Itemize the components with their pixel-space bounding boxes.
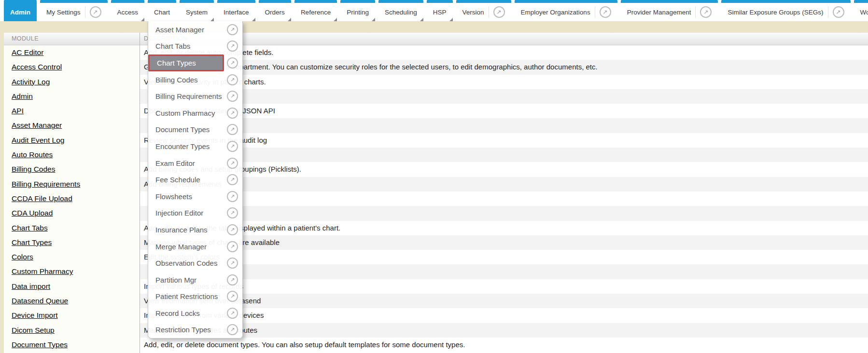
description-rows: Add, edit, or delete auto-complete field…	[140, 45, 868, 352]
sidebar-item-billing-requirements[interactable]: Billing Requirements	[4, 177, 140, 191]
description-row: Import data files from various devices	[140, 308, 868, 323]
menu-item-custom-pharmacy[interactable]: Custom Pharmacy↗	[148, 105, 242, 122]
menu-item-restriction-types[interactable]: Restriction Types↗	[148, 322, 242, 339]
tab-employer-organizations[interactable]: Employer Organizations↗	[515, 0, 617, 21]
external-link-icon[interactable]: ↗	[227, 207, 238, 218]
tab-scheduling[interactable]: Scheduling	[378, 0, 423, 21]
tab-version[interactable]: Version↗	[456, 0, 511, 21]
sidebar-item-ac-editor[interactable]: AC Editor	[4, 45, 140, 60]
external-link-icon[interactable]: ↗	[227, 141, 238, 152]
description-row: Manage what types of charts are availabl…	[140, 235, 868, 250]
tab-access[interactable]: Access	[111, 0, 145, 21]
description-row: Review security events in the audit log	[140, 133, 868, 148]
description-row: View information sent over datasend	[140, 294, 868, 308]
dropdown-fold-icon	[372, 18, 375, 21]
external-link-icon[interactable]: ↗	[227, 124, 238, 135]
sidebar-item-colors[interactable]: Colors	[4, 250, 140, 264]
menu-item-insurance-plans[interactable]: Insurance Plans↗	[148, 221, 242, 238]
description-row	[140, 206, 868, 220]
external-link-icon[interactable]: ↗	[695, 6, 712, 18]
external-link-icon[interactable]: ↗	[227, 224, 238, 235]
dropdown-fold-icon	[252, 18, 255, 21]
external-link-icon[interactable]: ↗	[227, 174, 238, 185]
sidebar-item-api[interactable]: API	[4, 104, 140, 118]
sidebar-item-chart-tabs[interactable]: Chart Tabs	[4, 221, 140, 235]
tab-similar-exposure-groups[interactable]: Similar Exposure Groups (SEGs)↗	[721, 0, 850, 21]
menu-item-exam-editor[interactable]: Exam Editor↗	[148, 155, 242, 172]
dropdown-fold-icon	[334, 18, 337, 21]
tab-system[interactable]: System	[180, 0, 214, 21]
sidebar-item-custom-pharmacy[interactable]: Custom Pharmacy	[4, 264, 140, 279]
tab-my-settings[interactable]: My Settings↗	[40, 0, 108, 21]
tab-work-locations[interactable]: Work Locations↗	[854, 0, 868, 21]
tab-chart[interactable]: Chart Asset Manager↗ Chart Tabs↗ Chart T…	[148, 0, 176, 21]
menu-item-chart-tabs[interactable]: Chart Tabs↗	[148, 38, 242, 55]
external-link-icon[interactable]: ↗	[227, 74, 238, 85]
sidebar-item-billing-codes[interactable]: Billing Codes	[4, 162, 140, 176]
sidebar-item-activity-log[interactable]: Activity Log	[4, 75, 140, 89]
menu-item-observation-codes[interactable]: Observation Codes↗	[148, 255, 242, 272]
external-link-icon[interactable]: ↗	[227, 308, 238, 319]
menu-item-flowsheets[interactable]: Flowsheets↗	[148, 188, 242, 205]
sidebar-item-device-import[interactable]: Device Import	[4, 308, 140, 323]
sidebar-item-data-import[interactable]: Data import	[4, 279, 140, 294]
menu-item-encounter-types[interactable]: Encounter Types↗	[148, 138, 242, 155]
dropdown-fold-icon	[210, 18, 214, 21]
sidebar-item-ccda-file-upload[interactable]: CCDA File Upload	[4, 191, 140, 206]
menu-item-merge-manager[interactable]: Merge Manager↗	[148, 238, 242, 255]
external-link-icon[interactable]: ↗	[227, 24, 238, 35]
dropdown-fold-icon	[288, 18, 291, 21]
description-row	[140, 191, 868, 206]
external-link-icon[interactable]: ↗	[85, 6, 101, 18]
tab-admin[interactable]: Admin	[4, 0, 37, 21]
sidebar-item-chart-types[interactable]: Chart Types	[4, 235, 140, 250]
tab-reference[interactable]: Reference	[294, 0, 337, 21]
external-link-icon[interactable]: ↗	[227, 108, 238, 119]
external-link-icon[interactable]: ↗	[227, 91, 238, 102]
menu-item-record-locks[interactable]: Record Locks↗	[148, 305, 242, 322]
menu-item-asset-manager[interactable]: Asset Manager↗	[148, 21, 242, 38]
external-link-icon[interactable]: ↗	[227, 241, 238, 252]
external-link-icon[interactable]: ↗	[227, 41, 238, 52]
module-header: MODULE	[4, 33, 140, 45]
external-link-icon[interactable]: ↗	[227, 191, 238, 202]
sidebar-item-dicom-setup[interactable]: Dicom Setup	[4, 323, 140, 338]
menu-item-billing-codes[interactable]: Billing Codes↗	[148, 71, 242, 88]
description-panel: DESCRIPTION Add, edit, or delete auto-co…	[140, 33, 868, 353]
menu-item-patient-restrictions[interactable]: Patient Restrictions↗	[148, 288, 242, 305]
external-link-icon[interactable]: ↗	[227, 158, 238, 169]
description-row	[140, 89, 868, 104]
top-tab-bar: Admin My Settings↗ Access Chart Asset Ma…	[0, 0, 868, 21]
external-link-icon[interactable]: ↗	[227, 258, 238, 269]
external-link-icon[interactable]: ↗	[227, 324, 238, 335]
external-link-icon[interactable]: ↗	[595, 6, 611, 18]
sidebar-item-cda-upload[interactable]: CDA Upload	[4, 206, 140, 220]
external-link-icon[interactable]: ↗	[227, 57, 238, 68]
sidebar-item-access-control[interactable]: Access Control	[4, 60, 140, 74]
tab-provider-management[interactable]: Provider Management↗	[621, 0, 718, 21]
menu-item-injection-editor[interactable]: Injection Editor↗	[148, 205, 242, 222]
tab-printing[interactable]: Printing	[340, 0, 375, 21]
external-link-icon[interactable]: ↗	[227, 274, 238, 285]
tab-orders[interactable]: Orders	[259, 0, 291, 21]
description-row: Add billing codes and setup groupings (P…	[140, 162, 868, 176]
description-row: Import various types of records	[140, 279, 868, 294]
external-link-icon[interactable]: ↗	[489, 6, 505, 18]
tab-interface[interactable]: Interface	[217, 0, 255, 21]
menu-item-document-types[interactable]: Document Types↗	[148, 122, 242, 138]
sidebar-item-asset-manager[interactable]: Asset Manager	[4, 118, 140, 133]
menu-item-billing-requirements[interactable]: Billing Requirements↗	[148, 88, 242, 105]
sidebar-item-audit-event-log[interactable]: Audit Event Log	[4, 133, 140, 148]
menu-item-fee-schedule[interactable]: Fee Schedule↗	[148, 171, 242, 188]
menu-item-partition-mgr[interactable]: Partition Mgr↗	[148, 272, 242, 288]
external-link-icon[interactable]: ↗	[828, 6, 844, 18]
sidebar-item-auto-routes[interactable]: Auto Routes	[4, 148, 140, 162]
description-row	[140, 148, 868, 162]
external-link-icon[interactable]: ↗	[227, 291, 238, 302]
sidebar-item-admin[interactable]: Admin	[4, 89, 140, 104]
sidebar-item-document-types[interactable]: Document Types	[4, 338, 140, 352]
sidebar-item-datasend-queue[interactable]: Datasend Queue	[4, 294, 140, 308]
menu-item-chart-types[interactable]: Chart Types↗	[148, 54, 242, 71]
description-row: Add, edit, or delete auto-complete field…	[140, 45, 868, 60]
tab-hsp[interactable]: HSP	[427, 0, 453, 21]
